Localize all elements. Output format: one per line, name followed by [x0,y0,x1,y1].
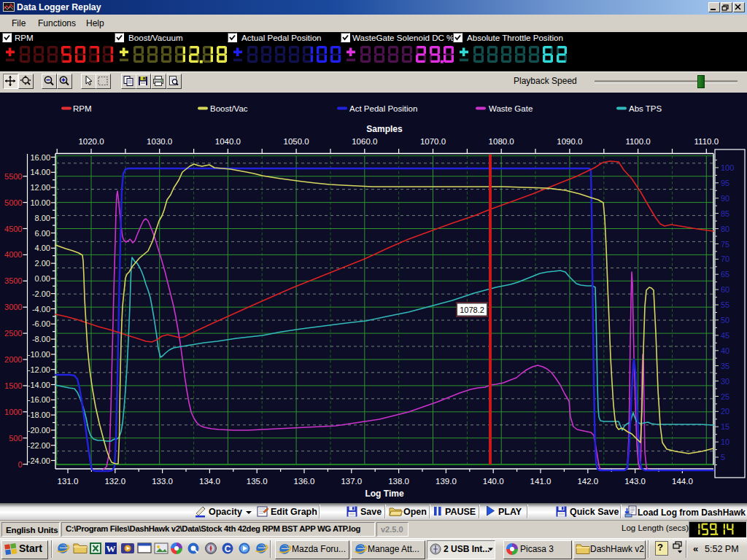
svg-text:0: 0 [18,460,22,469]
svg-text:137.0: 137.0 [341,477,362,486]
svg-text:1060.0: 1060.0 [352,137,377,146]
svg-text:1090.0: 1090.0 [557,137,582,146]
svg-text:Waste Gate: Waste Gate [489,104,533,113]
svg-text:132.0: 132.0 [104,477,125,486]
svg-text:1110.0: 1110.0 [694,137,719,146]
svg-text:133.0: 133.0 [152,477,173,486]
svg-text:-12.00: -12.00 [28,365,50,374]
svg-text:143.0: 143.0 [624,477,646,486]
svg-text:Boost/Vac: Boost/Vac [210,104,248,113]
svg-text:2000: 2000 [4,355,22,364]
svg-text:-10.00: -10.00 [28,350,50,359]
svg-text:90: 90 [721,194,729,203]
svg-text:140.0: 140.0 [483,477,504,486]
svg-text:20: 20 [721,407,729,416]
svg-text:500: 500 [9,434,22,443]
svg-text:-8.00: -8.00 [32,335,50,343]
svg-text:-22.00: -22.00 [28,441,50,450]
svg-text:5000: 5000 [4,198,22,207]
svg-text:-4.00: -4.00 [32,305,50,314]
svg-text:1500: 1500 [4,381,22,390]
svg-text:-16.00: -16.00 [28,395,50,404]
svg-text:85: 85 [721,209,729,218]
svg-text:-20.00: -20.00 [28,426,50,435]
svg-text:Act Pedal Position: Act Pedal Position [349,104,417,113]
svg-text:4500: 4500 [4,225,22,233]
svg-text:10: 10 [721,438,729,446]
svg-text:50: 50 [721,316,729,324]
svg-text:1050.0: 1050.0 [284,137,309,146]
svg-text:10.00: 10.00 [30,198,50,207]
svg-text:135.0: 135.0 [247,477,268,486]
svg-text:1078.2: 1078.2 [460,306,484,314]
svg-text:1070.0: 1070.0 [420,137,446,146]
svg-text:-6.00: -6.00 [32,319,50,328]
svg-text:-14.00: -14.00 [28,381,50,389]
svg-text:131.0: 131.0 [58,477,79,486]
svg-text:138.0: 138.0 [388,477,409,486]
svg-text:0.00: 0.00 [35,274,50,283]
svg-text:134.0: 134.0 [199,477,220,486]
svg-text:1020.0: 1020.0 [78,137,104,146]
svg-text:136.0: 136.0 [294,477,315,486]
svg-text:1030.0: 1030.0 [147,137,172,146]
svg-text:1080.0: 1080.0 [489,137,514,146]
svg-text:8.00: 8.00 [35,214,50,222]
svg-text:3000: 3000 [4,303,22,311]
svg-text:3500: 3500 [4,276,22,285]
svg-text:6.00: 6.00 [35,229,50,238]
svg-text:144.0: 144.0 [672,477,693,486]
svg-text:2.00: 2.00 [35,259,50,268]
svg-text:65: 65 [721,270,729,279]
svg-text:70: 70 [721,254,729,263]
svg-text:95: 95 [721,179,729,187]
svg-text:15: 15 [721,422,729,431]
svg-text:Samples: Samples [366,124,403,134]
svg-text:1100.0: 1100.0 [625,137,650,146]
svg-text:Log Time: Log Time [365,489,403,499]
svg-text:C: C [225,544,231,554]
svg-text:45: 45 [721,331,729,340]
svg-text:5500: 5500 [4,172,22,181]
svg-text:75: 75 [721,240,729,249]
svg-text:1000: 1000 [4,408,22,416]
svg-text:Abs TPS: Abs TPS [629,104,662,113]
svg-text:142.0: 142.0 [577,477,598,486]
svg-text:16.00: 16.00 [30,153,50,162]
svg-text:-2.00: -2.00 [32,289,50,298]
svg-text:12.00: 12.00 [30,183,50,192]
svg-text:1040.0: 1040.0 [215,137,241,146]
svg-text:-18.00: -18.00 [28,411,50,419]
svg-text:5: 5 [721,453,725,462]
svg-text:RPM: RPM [73,104,92,113]
svg-text:139.0: 139.0 [436,477,457,486]
svg-text:80: 80 [721,225,729,233]
svg-text:-24.00: -24.00 [28,456,50,465]
svg-text:4000: 4000 [4,250,22,259]
svg-text:W: W [107,543,116,554]
svg-text:30: 30 [721,377,729,386]
svg-text:55: 55 [721,300,729,309]
svg-text:40: 40 [721,346,729,355]
svg-text:14.00: 14.00 [30,168,50,176]
svg-text:100: 100 [721,163,734,172]
svg-text:141.0: 141.0 [530,477,551,486]
svg-text:4.00: 4.00 [35,244,50,252]
svg-text:60: 60 [721,285,729,294]
svg-text:25: 25 [721,392,729,401]
svg-text:35: 35 [721,362,729,370]
svg-text:2500: 2500 [4,329,22,338]
